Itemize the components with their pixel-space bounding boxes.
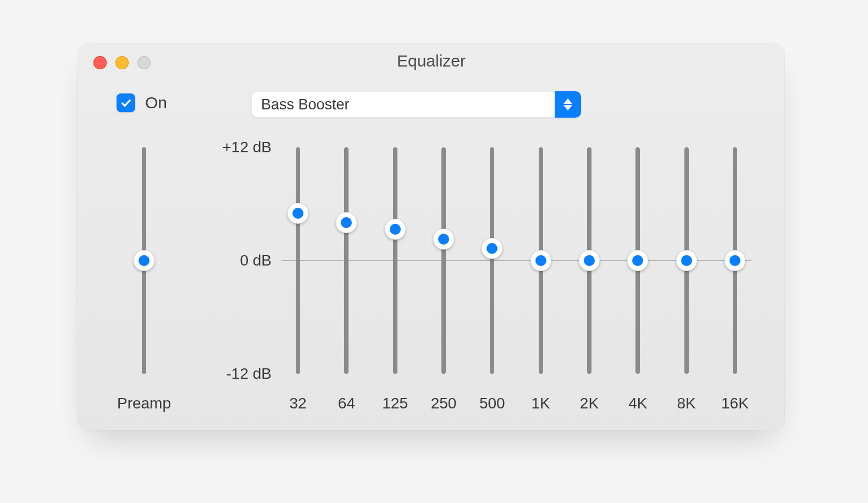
- window-title: Equalizer: [397, 52, 466, 70]
- preset-stepper[interactable]: [555, 91, 581, 118]
- band-thumb[interactable]: [579, 250, 600, 271]
- band-label: 2K: [580, 395, 599, 412]
- band-label: 16K: [721, 395, 749, 412]
- equalizer-window: Equalizer On Bass Booster +12 dB 0 dB -1…: [78, 44, 784, 430]
- check-icon: [120, 97, 132, 109]
- band-thumb[interactable]: [482, 238, 502, 259]
- band-label: 500: [479, 395, 505, 412]
- svg-marker-1: [563, 105, 572, 110]
- band-slider-1k[interactable]: 1K: [524, 143, 557, 413]
- preset-selected-label: Bass Booster: [251, 91, 555, 118]
- close-icon[interactable]: [93, 56, 107, 69]
- eq-area: +12 dB 0 dB -12 dB Preamp 32641252505001…: [111, 143, 751, 413]
- band-thumb[interactable]: [336, 212, 357, 233]
- chevron-up-icon: [563, 98, 572, 104]
- band-slider-500[interactable]: 500: [476, 143, 508, 413]
- preset-select[interactable]: Bass Booster: [251, 91, 581, 118]
- band-track: [296, 147, 300, 374]
- svg-marker-0: [563, 98, 572, 104]
- band-label: 125: [382, 395, 408, 412]
- band-track: [393, 147, 397, 374]
- band-slider-4k[interactable]: 4K: [621, 143, 654, 413]
- minimize-icon[interactable]: [115, 56, 129, 69]
- on-checkbox[interactable]: [117, 93, 135, 112]
- band-sliders: 32641252505001K2K4K8K16K: [281, 143, 751, 413]
- preamp-label: Preamp: [117, 395, 171, 412]
- band-slider-8k[interactable]: 8K: [670, 143, 703, 413]
- band-thumb[interactable]: [627, 250, 648, 271]
- chevron-down-icon: [563, 105, 572, 110]
- band-label: 8K: [677, 395, 696, 412]
- band-thumb[interactable]: [288, 203, 308, 224]
- band-slider-125[interactable]: 125: [379, 143, 412, 413]
- band-thumb[interactable]: [433, 229, 454, 250]
- db-label-mid: 0 dB: [240, 252, 272, 269]
- on-label: On: [145, 93, 167, 112]
- band-slider-2k[interactable]: 2K: [573, 143, 606, 413]
- band-slider-64[interactable]: 64: [330, 143, 363, 413]
- preamp-thumb[interactable]: [134, 250, 154, 271]
- band-track: [441, 147, 446, 374]
- band-track: [344, 147, 349, 374]
- titlebar: Equalizer: [78, 44, 784, 78]
- band-label: 32: [289, 395, 306, 412]
- band-label: 4K: [628, 395, 647, 412]
- band-slider-250[interactable]: 250: [427, 143, 460, 413]
- band-label: 1K: [532, 395, 550, 412]
- window-controls: [93, 56, 151, 69]
- band-thumb[interactable]: [725, 250, 745, 271]
- band-slider-16k[interactable]: 16K: [718, 143, 751, 413]
- db-label-bottom: -12 dB: [226, 365, 272, 383]
- band-label: 64: [338, 395, 355, 412]
- band-thumb[interactable]: [530, 250, 551, 271]
- band-slider-32[interactable]: 32: [281, 143, 314, 413]
- band-track: [490, 147, 494, 374]
- band-thumb[interactable]: [385, 219, 406, 240]
- on-toggle-group: On: [117, 93, 167, 112]
- band-label: 250: [431, 395, 457, 412]
- db-label-top: +12 dB: [222, 139, 272, 156]
- band-thumb[interactable]: [676, 250, 697, 271]
- zoom-icon: [137, 56, 151, 69]
